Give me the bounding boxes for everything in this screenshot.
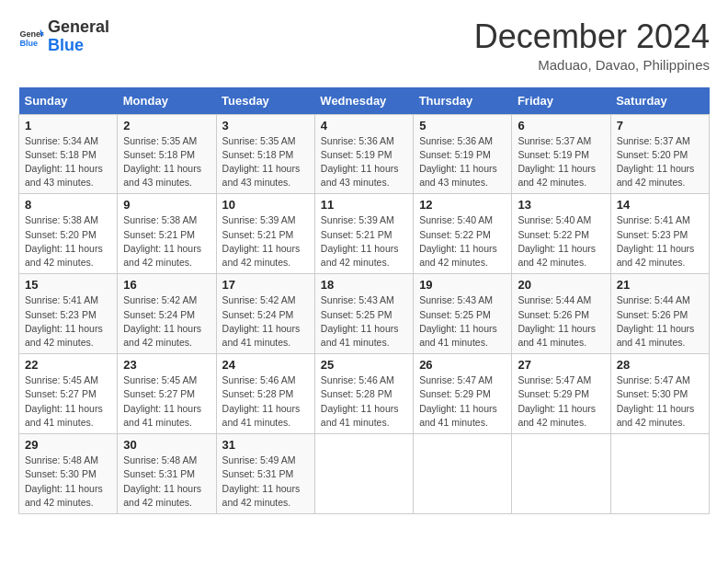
calendar-cell: 10Sunrise: 5:39 AMSunset: 5:21 PMDayligh…: [216, 194, 314, 274]
header-saturday: Saturday: [610, 87, 709, 115]
header-wednesday: Wednesday: [314, 87, 413, 115]
day-info: Sunrise: 5:41 AMSunset: 5:23 PMDaylight:…: [25, 293, 111, 350]
day-number: 2: [123, 119, 210, 132]
calendar-week-1: 1Sunrise: 5:34 AMSunset: 5:18 PMDaylight…: [19, 114, 710, 194]
day-number: 9: [123, 198, 210, 212]
calendar-cell: 5Sunrise: 5:36 AMSunset: 5:19 PMDaylight…: [414, 114, 512, 194]
day-info: Sunrise: 5:42 AMSunset: 5:24 PMDaylight:…: [222, 293, 309, 350]
month-title: December 2024: [474, 18, 710, 55]
logo: General Blue General Blue: [18, 18, 109, 55]
calendar-cell: 13Sunrise: 5:40 AMSunset: 5:22 PMDayligh…: [512, 194, 610, 274]
day-number: 5: [419, 119, 506, 132]
day-number: 8: [25, 198, 111, 212]
day-info: Sunrise: 5:47 AMSunset: 5:29 PMDaylight:…: [518, 373, 604, 430]
header-tuesday: Tuesday: [216, 87, 314, 115]
calendar-cell: 20Sunrise: 5:44 AMSunset: 5:26 PMDayligh…: [512, 274, 610, 354]
day-number: 24: [222, 358, 309, 372]
day-number: 21: [617, 278, 703, 292]
calendar-cell: 28Sunrise: 5:47 AMSunset: 5:30 PMDayligh…: [610, 354, 709, 434]
day-info: Sunrise: 5:35 AMSunset: 5:18 PMDaylight:…: [123, 134, 210, 190]
day-info: Sunrise: 5:42 AMSunset: 5:24 PMDaylight:…: [123, 293, 210, 350]
page-header: General Blue General Blue December 2024 …: [18, 18, 710, 73]
day-number: 6: [518, 119, 604, 132]
header-monday: Monday: [118, 87, 216, 115]
calendar-cell: 7Sunrise: 5:37 AMSunset: 5:20 PMDaylight…: [610, 114, 709, 194]
day-info: Sunrise: 5:45 AMSunset: 5:27 PMDaylight:…: [25, 373, 111, 430]
calendar-cell: [512, 434, 610, 514]
calendar-cell: 27Sunrise: 5:47 AMSunset: 5:29 PMDayligh…: [512, 354, 610, 434]
day-number: 7: [617, 119, 703, 132]
day-info: Sunrise: 5:44 AMSunset: 5:26 PMDaylight:…: [617, 293, 703, 350]
calendar-cell: 29Sunrise: 5:48 AMSunset: 5:30 PMDayligh…: [19, 434, 118, 514]
day-number: 14: [617, 198, 703, 212]
calendar-cell: 6Sunrise: 5:37 AMSunset: 5:19 PMDaylight…: [512, 114, 610, 194]
calendar-cell: 18Sunrise: 5:43 AMSunset: 5:25 PMDayligh…: [314, 274, 413, 354]
day-number: 11: [321, 198, 407, 212]
day-info: Sunrise: 5:49 AMSunset: 5:31 PMDaylight:…: [222, 454, 309, 510]
calendar-cell: 19Sunrise: 5:43 AMSunset: 5:25 PMDayligh…: [414, 274, 512, 354]
svg-text:Blue: Blue: [19, 39, 38, 48]
day-number: 22: [25, 358, 111, 372]
logo-icon: General Blue: [18, 24, 44, 50]
day-info: Sunrise: 5:38 AMSunset: 5:21 PMDaylight:…: [123, 213, 210, 270]
calendar-cell: 12Sunrise: 5:40 AMSunset: 5:22 PMDayligh…: [414, 194, 512, 274]
calendar-week-5: 29Sunrise: 5:48 AMSunset: 5:30 PMDayligh…: [19, 434, 710, 514]
calendar-cell: 15Sunrise: 5:41 AMSunset: 5:23 PMDayligh…: [19, 274, 118, 354]
day-number: 13: [518, 198, 604, 212]
header-sunday: Sunday: [19, 87, 118, 115]
calendar-cell: 2Sunrise: 5:35 AMSunset: 5:18 PMDaylight…: [118, 114, 216, 194]
calendar-cell: 3Sunrise: 5:35 AMSunset: 5:18 PMDaylight…: [216, 114, 314, 194]
day-number: 29: [25, 438, 111, 452]
day-info: Sunrise: 5:39 AMSunset: 5:21 PMDaylight:…: [222, 213, 309, 270]
calendar-cell: 16Sunrise: 5:42 AMSunset: 5:24 PMDayligh…: [118, 274, 216, 354]
day-info: Sunrise: 5:40 AMSunset: 5:22 PMDaylight:…: [518, 213, 604, 270]
calendar-cell: 11Sunrise: 5:39 AMSunset: 5:21 PMDayligh…: [314, 194, 413, 274]
calendar-cell: 24Sunrise: 5:46 AMSunset: 5:28 PMDayligh…: [216, 354, 314, 434]
day-info: Sunrise: 5:48 AMSunset: 5:30 PMDaylight:…: [25, 454, 111, 510]
day-info: Sunrise: 5:39 AMSunset: 5:21 PMDaylight:…: [321, 213, 407, 270]
calendar-cell: 30Sunrise: 5:48 AMSunset: 5:31 PMDayligh…: [118, 434, 216, 514]
calendar-cell: [314, 434, 413, 514]
calendar-cell: 9Sunrise: 5:38 AMSunset: 5:21 PMDaylight…: [118, 194, 216, 274]
title-block: December 2024 Maduao, Davao, Philippines: [474, 18, 710, 73]
calendar-cell: 4Sunrise: 5:36 AMSunset: 5:19 PMDaylight…: [314, 114, 413, 194]
day-number: 31: [222, 438, 309, 452]
day-number: 28: [617, 358, 703, 372]
day-info: Sunrise: 5:36 AMSunset: 5:19 PMDaylight:…: [419, 134, 506, 190]
day-number: 15: [25, 278, 111, 292]
calendar-cell: 26Sunrise: 5:47 AMSunset: 5:29 PMDayligh…: [414, 354, 512, 434]
day-info: Sunrise: 5:47 AMSunset: 5:29 PMDaylight:…: [419, 373, 506, 430]
day-info: Sunrise: 5:47 AMSunset: 5:30 PMDaylight:…: [617, 373, 703, 430]
day-info: Sunrise: 5:45 AMSunset: 5:27 PMDaylight:…: [123, 373, 210, 430]
day-number: 26: [419, 358, 506, 372]
calendar-cell: 23Sunrise: 5:45 AMSunset: 5:27 PMDayligh…: [118, 354, 216, 434]
calendar-cell: 8Sunrise: 5:38 AMSunset: 5:20 PMDaylight…: [19, 194, 118, 274]
day-info: Sunrise: 5:43 AMSunset: 5:25 PMDaylight:…: [419, 293, 506, 350]
header-friday: Friday: [512, 87, 610, 115]
day-info: Sunrise: 5:37 AMSunset: 5:20 PMDaylight:…: [617, 134, 703, 190]
calendar-cell: [414, 434, 512, 514]
calendar-cell: 22Sunrise: 5:45 AMSunset: 5:27 PMDayligh…: [19, 354, 118, 434]
day-info: Sunrise: 5:38 AMSunset: 5:20 PMDaylight:…: [25, 213, 111, 270]
calendar-cell: 21Sunrise: 5:44 AMSunset: 5:26 PMDayligh…: [610, 274, 709, 354]
calendar-cell: 17Sunrise: 5:42 AMSunset: 5:24 PMDayligh…: [216, 274, 314, 354]
calendar-cell: [610, 434, 709, 514]
logo-general: General: [48, 17, 109, 36]
day-number: 16: [123, 278, 210, 292]
calendar-week-4: 22Sunrise: 5:45 AMSunset: 5:27 PMDayligh…: [19, 354, 710, 434]
day-number: 23: [123, 358, 210, 372]
calendar-table: Sunday Monday Tuesday Wednesday Thursday…: [18, 87, 710, 514]
calendar-cell: 25Sunrise: 5:46 AMSunset: 5:28 PMDayligh…: [314, 354, 413, 434]
day-info: Sunrise: 5:43 AMSunset: 5:25 PMDaylight:…: [321, 293, 407, 350]
day-info: Sunrise: 5:36 AMSunset: 5:19 PMDaylight:…: [321, 134, 407, 190]
day-number: 3: [222, 119, 309, 132]
day-info: Sunrise: 5:46 AMSunset: 5:28 PMDaylight:…: [222, 373, 309, 430]
calendar-week-2: 8Sunrise: 5:38 AMSunset: 5:20 PMDaylight…: [19, 194, 710, 274]
day-number: 10: [222, 198, 309, 212]
calendar-cell: 14Sunrise: 5:41 AMSunset: 5:23 PMDayligh…: [610, 194, 709, 274]
logo-blue: Blue: [48, 36, 84, 54]
calendar-cell: 31Sunrise: 5:49 AMSunset: 5:31 PMDayligh…: [216, 434, 314, 514]
day-info: Sunrise: 5:46 AMSunset: 5:28 PMDaylight:…: [321, 373, 407, 430]
day-info: Sunrise: 5:34 AMSunset: 5:18 PMDaylight:…: [25, 134, 111, 190]
calendar-cell: 1Sunrise: 5:34 AMSunset: 5:18 PMDaylight…: [19, 114, 118, 194]
